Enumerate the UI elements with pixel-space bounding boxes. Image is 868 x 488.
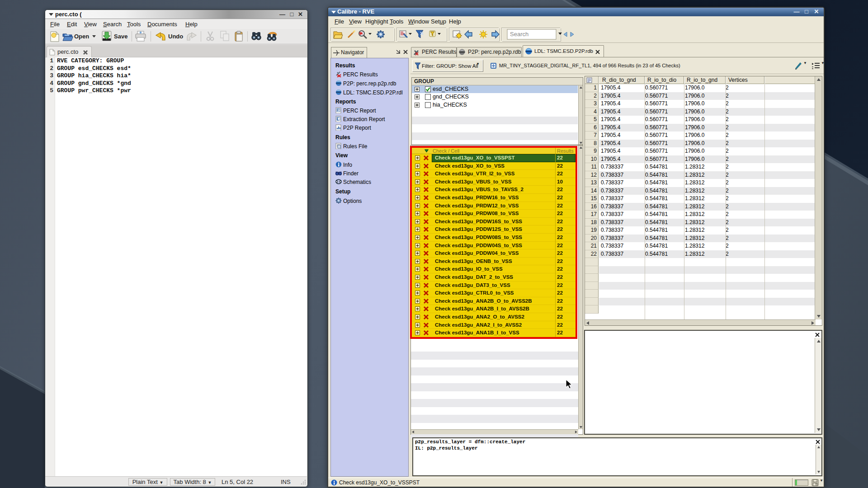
svg-text:Search: Search (510, 31, 528, 38)
svg-text:Save: Save (114, 33, 127, 40)
svg-text:Undo: Undo (168, 33, 183, 40)
svg-text:Open: Open (74, 33, 89, 40)
